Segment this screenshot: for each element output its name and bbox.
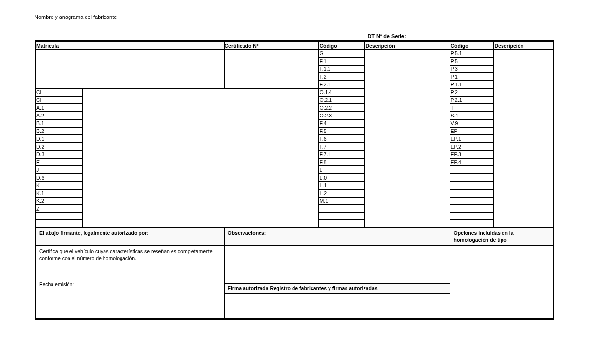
- code-left-cell: D.3: [36, 150, 82, 158]
- code-left-cell: K: [36, 182, 82, 189]
- code-mid-cell: O.2.1: [319, 96, 365, 104]
- data-row: CL O.1.4 P.2: [36, 88, 553, 96]
- bottom-header-row: El abajo firmante, legalmente autorizado…: [36, 227, 553, 246]
- code-right-cell: [450, 205, 494, 213]
- code-right-cell: P.2: [450, 88, 494, 96]
- code-left-cell: D.6: [36, 174, 82, 182]
- code-right-cell: EP.3: [450, 150, 494, 158]
- code-mid-cell: F.1.1: [319, 65, 365, 73]
- code-mid-cell: O.2.3: [319, 112, 365, 119]
- code-mid-cell: M.1: [319, 197, 365, 205]
- observaciones-blank: [224, 246, 450, 283]
- code-right-cell: EP.4: [450, 158, 494, 166]
- code-left-cell: B.1: [36, 119, 82, 127]
- header-descripcion-1: Descripción: [365, 42, 450, 50]
- certify-block: Certifica que el vehículo cuyas caracter…: [36, 246, 224, 318]
- code-right-cell: [450, 220, 494, 227]
- code-mid-cell: F.7: [319, 143, 365, 150]
- code-mid-cell: F.4: [319, 119, 365, 127]
- code-left-cell: [36, 213, 82, 220]
- code-left-cell: [36, 220, 82, 227]
- code-mid-cell: [319, 205, 365, 213]
- code-mid-cell: F.7.1: [319, 150, 365, 158]
- main-form-table: Matrícula Certificado Nº Código Descripc…: [35, 40, 554, 320]
- code-right-cell: [450, 166, 494, 174]
- table-header-row: Matrícula Certificado Nº Código Descripc…: [36, 42, 553, 50]
- code-right-cell: V.9: [450, 119, 494, 127]
- code-right-cell: S.1: [450, 112, 494, 119]
- code-right-cell: [450, 189, 494, 197]
- code-mid-cell: F.2: [319, 73, 365, 81]
- code-right-cell: EP.2: [450, 143, 494, 150]
- bottom-content-row: Certifica que el vehículo cuyas caracter…: [36, 246, 553, 283]
- fecha-label: Fecha emisión:: [39, 281, 221, 288]
- header-codigo-2: Código: [450, 42, 494, 50]
- code-mid-cell: O.1.4: [319, 88, 365, 96]
- code-mid-cell: L.0: [319, 174, 365, 182]
- header-descripcion-2: Descripción: [494, 42, 553, 50]
- code-right-cell: EP: [450, 127, 494, 135]
- document-page: Nombre y anagrama del fabricante DT Nº d…: [0, 0, 589, 364]
- opciones-blank: [450, 246, 553, 318]
- code-mid-cell: G: [319, 50, 365, 57]
- code-left-cell: K.2: [36, 197, 82, 205]
- code-left-cell: Z: [36, 205, 82, 213]
- observaciones-label: Observaciones:: [224, 227, 450, 246]
- left-blank-area: [82, 88, 319, 227]
- code-right-cell: [450, 213, 494, 220]
- code-left-cell: J: [36, 166, 82, 174]
- code-left-cell: CI: [36, 96, 82, 104]
- manufacturer-name-line: Nombre y anagrama del fabricante: [35, 14, 554, 20]
- code-right-cell: [450, 197, 494, 205]
- code-left-cell: A.1: [36, 104, 82, 112]
- code-mid-cell: F.2.1: [319, 81, 365, 88]
- footer-dotted-area: [35, 320, 554, 332]
- code-left-cell: E: [36, 158, 82, 166]
- code-right-cell: [450, 182, 494, 189]
- descripcion-1-blank: [365, 50, 450, 227]
- code-mid-cell: F.6: [319, 135, 365, 143]
- certificado-blank: [224, 50, 319, 88]
- code-left-cell: D.1: [36, 135, 82, 143]
- header-certificado: Certificado Nº: [224, 42, 319, 50]
- code-mid-cell: [319, 220, 365, 227]
- code-left-cell: K.1: [36, 189, 82, 197]
- code-mid-cell: F.8: [319, 158, 365, 166]
- signer-label: El abajo firmante, legalmente autorizado…: [36, 227, 224, 246]
- code-right-cell: P.5: [450, 57, 494, 65]
- code-mid-cell: L.2: [319, 189, 365, 197]
- data-row: G P.5.1: [36, 50, 553, 57]
- firma-blank: [224, 293, 450, 318]
- code-left-cell: A.2: [36, 112, 82, 119]
- code-right-cell: [450, 174, 494, 182]
- descripcion-2-blank: [494, 50, 553, 227]
- matricula-blank: [36, 50, 224, 88]
- code-mid-cell: F.5: [319, 127, 365, 135]
- header-codigo-1: Código: [319, 42, 365, 50]
- code-right-cell: P.2.1: [450, 96, 494, 104]
- code-right-cell: P.5.1: [450, 50, 494, 57]
- code-mid-cell: O.2.2: [319, 104, 365, 112]
- code-right-cell: P.3: [450, 65, 494, 73]
- certify-text: Certifica que el vehículo cuyas caracter…: [39, 248, 221, 262]
- header-matricula: Matrícula: [36, 42, 224, 50]
- code-mid-cell: L: [319, 166, 365, 174]
- code-right-cell: P.1.1: [450, 81, 494, 88]
- code-mid-cell: [319, 213, 365, 220]
- code-right-cell: P.1: [450, 73, 494, 81]
- code-mid-cell: L.1: [319, 182, 365, 189]
- code-mid-cell: F.1: [319, 57, 365, 65]
- firma-label: Firma autorizada Registro de fabricantes…: [224, 283, 450, 293]
- code-right-cell: T: [450, 104, 494, 112]
- serial-label: DT Nº de Serie:: [35, 33, 554, 39]
- code-right-cell: EP.1: [450, 135, 494, 143]
- code-left-cell: D.2: [36, 143, 82, 150]
- code-left-cell: CL: [36, 88, 82, 96]
- opciones-label: Opciones incluidas en la homologación de…: [450, 227, 553, 246]
- code-left-cell: B.2: [36, 127, 82, 135]
